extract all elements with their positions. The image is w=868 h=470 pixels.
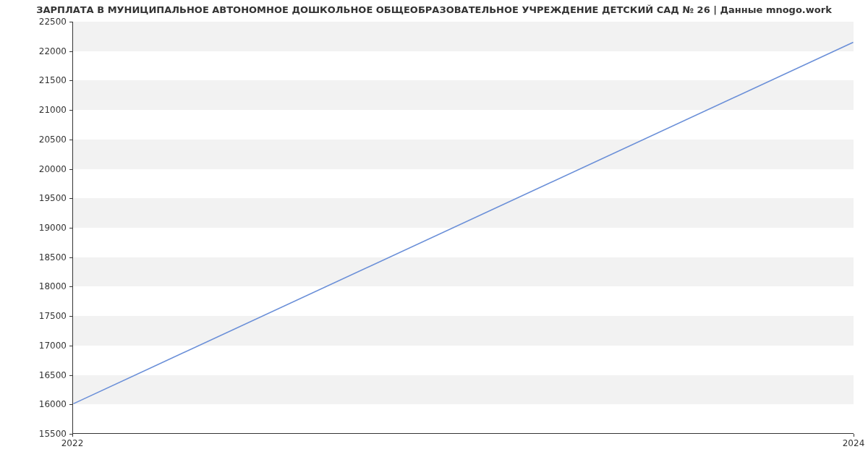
x-tick-label: 2022 bbox=[61, 438, 84, 448]
y-tick-label: 22000 bbox=[39, 46, 67, 56]
y-tick-label: 19000 bbox=[39, 223, 67, 233]
y-tick-mark bbox=[69, 140, 72, 140]
y-tick-mark bbox=[69, 228, 72, 228]
y-tick-label: 19500 bbox=[39, 193, 67, 203]
x-tick-label: 2024 bbox=[843, 438, 865, 448]
y-tick-mark bbox=[69, 316, 72, 317]
y-tick-mark bbox=[69, 257, 72, 258]
y-tick-mark bbox=[69, 110, 72, 111]
y-tick-label: 16000 bbox=[39, 399, 67, 409]
plot-area bbox=[72, 22, 854, 434]
y-tick-mark bbox=[69, 80, 72, 81]
y-tick-label: 16500 bbox=[39, 370, 67, 380]
y-tick-label: 18500 bbox=[39, 252, 67, 262]
line-chart: ЗАРПЛАТА В МУНИЦИПАЛЬНОЕ АВТОНОМНОЕ ДОШК… bbox=[0, 0, 868, 470]
y-tick-mark bbox=[69, 404, 72, 405]
line-series bbox=[73, 22, 854, 433]
y-tick-label: 17500 bbox=[39, 311, 67, 321]
y-tick-label: 18000 bbox=[39, 281, 67, 291]
y-tick-label: 21500 bbox=[39, 75, 67, 85]
x-tick-mark bbox=[854, 434, 854, 437]
y-tick-mark bbox=[69, 346, 72, 346]
y-tick-label: 15500 bbox=[39, 429, 67, 439]
chart-title: ЗАРПЛАТА В МУНИЦИПАЛЬНОЕ АВТОНОМНОЕ ДОШК… bbox=[0, 4, 868, 15]
y-tick-label: 20000 bbox=[39, 164, 67, 174]
y-tick-mark bbox=[69, 286, 72, 287]
y-tick-label: 17000 bbox=[39, 341, 67, 351]
y-tick-mark bbox=[69, 198, 72, 199]
y-tick-label: 22500 bbox=[39, 17, 67, 27]
y-tick-label: 20500 bbox=[39, 134, 67, 145]
y-tick-label: 21000 bbox=[39, 105, 67, 115]
y-tick-mark bbox=[69, 375, 72, 376]
y-tick-mark bbox=[69, 169, 72, 170]
y-tick-mark bbox=[69, 51, 72, 52]
y-tick-mark bbox=[69, 22, 72, 22]
x-tick-mark bbox=[72, 434, 73, 437]
series-line bbox=[73, 42, 853, 403]
